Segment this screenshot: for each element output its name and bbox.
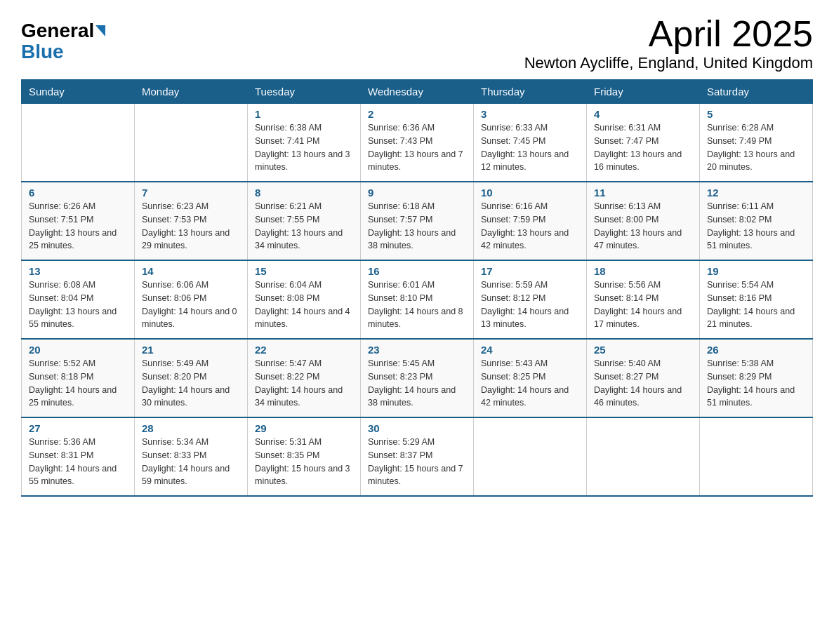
calendar-cell: 16Sunrise: 6:01 AMSunset: 8:10 PMDayligh… <box>361 260 474 339</box>
day-info: Sunrise: 6:13 AMSunset: 8:00 PMDaylight:… <box>594 200 692 253</box>
day-header-friday: Friday <box>587 80 700 104</box>
calendar-cell <box>474 417 587 496</box>
day-number: 26 <box>707 344 805 356</box>
calendar-cell: 4Sunrise: 6:31 AMSunset: 7:47 PMDaylight… <box>587 104 700 182</box>
day-info: Sunrise: 5:45 AMSunset: 8:23 PMDaylight:… <box>368 357 466 410</box>
day-number: 19 <box>707 265 805 277</box>
month-title: April 2025 <box>524 14 813 54</box>
day-number: 28 <box>142 422 240 434</box>
day-info: Sunrise: 5:34 AMSunset: 8:33 PMDaylight:… <box>142 436 240 488</box>
day-info: Sunrise: 5:40 AMSunset: 8:27 PMDaylight:… <box>594 357 692 410</box>
calendar-cell: 21Sunrise: 5:49 AMSunset: 8:20 PMDayligh… <box>135 339 248 417</box>
day-number: 20 <box>29 344 127 356</box>
week-row-1: 1Sunrise: 6:38 AMSunset: 7:41 PMDaylight… <box>22 104 813 182</box>
logo-blue-text: Blue <box>21 41 64 62</box>
calendar-cell: 5Sunrise: 6:28 AMSunset: 7:49 PMDaylight… <box>700 104 813 182</box>
calendar-cell: 26Sunrise: 5:38 AMSunset: 8:29 PMDayligh… <box>700 339 813 417</box>
day-number: 17 <box>481 265 579 277</box>
day-number: 5 <box>707 108 805 120</box>
day-info: Sunrise: 6:31 AMSunset: 7:47 PMDaylight:… <box>594 121 692 174</box>
day-number: 10 <box>481 187 579 199</box>
day-number: 21 <box>142 344 240 356</box>
day-number: 23 <box>368 344 466 356</box>
calendar-cell: 3Sunrise: 6:33 AMSunset: 7:45 PMDaylight… <box>474 104 587 182</box>
day-number: 8 <box>255 187 353 199</box>
calendar-cell: 8Sunrise: 6:21 AMSunset: 7:55 PMDaylight… <box>248 182 361 260</box>
day-number: 15 <box>255 265 353 277</box>
day-info: Sunrise: 5:36 AMSunset: 8:31 PMDaylight:… <box>29 436 127 488</box>
day-info: Sunrise: 6:04 AMSunset: 8:08 PMDaylight:… <box>255 279 353 331</box>
day-number: 11 <box>594 187 692 199</box>
calendar-cell: 10Sunrise: 6:16 AMSunset: 7:59 PMDayligh… <box>474 182 587 260</box>
calendar-cell: 6Sunrise: 6:26 AMSunset: 7:51 PMDaylight… <box>22 182 135 260</box>
calendar-cell: 28Sunrise: 5:34 AMSunset: 8:33 PMDayligh… <box>135 417 248 496</box>
day-info: Sunrise: 6:01 AMSunset: 8:10 PMDaylight:… <box>368 279 466 331</box>
day-info: Sunrise: 5:59 AMSunset: 8:12 PMDaylight:… <box>481 279 579 331</box>
day-info: Sunrise: 5:52 AMSunset: 8:18 PMDaylight:… <box>29 357 127 410</box>
day-number: 9 <box>368 187 466 199</box>
day-info: Sunrise: 5:56 AMSunset: 8:14 PMDaylight:… <box>594 279 692 331</box>
calendar-cell: 11Sunrise: 6:13 AMSunset: 8:00 PMDayligh… <box>587 182 700 260</box>
day-header-saturday: Saturday <box>700 80 813 104</box>
day-number: 24 <box>481 344 579 356</box>
day-info: Sunrise: 6:06 AMSunset: 8:06 PMDaylight:… <box>142 279 240 331</box>
day-info: Sunrise: 6:33 AMSunset: 7:45 PMDaylight:… <box>481 121 579 174</box>
logo-general-text: General <box>21 21 94 41</box>
day-number: 14 <box>142 265 240 277</box>
day-info: Sunrise: 6:18 AMSunset: 7:57 PMDaylight:… <box>368 200 466 253</box>
day-number: 22 <box>255 344 353 356</box>
day-info: Sunrise: 6:16 AMSunset: 7:59 PMDaylight:… <box>481 200 579 253</box>
day-info: Sunrise: 6:26 AMSunset: 7:51 PMDaylight:… <box>29 200 127 253</box>
calendar-cell: 29Sunrise: 5:31 AMSunset: 8:35 PMDayligh… <box>248 417 361 496</box>
day-info: Sunrise: 6:36 AMSunset: 7:43 PMDaylight:… <box>368 121 466 174</box>
day-info: Sunrise: 5:54 AMSunset: 8:16 PMDaylight:… <box>707 279 805 331</box>
calendar-cell: 1Sunrise: 6:38 AMSunset: 7:41 PMDaylight… <box>248 104 361 182</box>
day-number: 3 <box>481 108 579 120</box>
week-row-3: 13Sunrise: 6:08 AMSunset: 8:04 PMDayligh… <box>22 260 813 339</box>
week-row-2: 6Sunrise: 6:26 AMSunset: 7:51 PMDaylight… <box>22 182 813 260</box>
calendar-cell <box>22 104 135 182</box>
calendar-cell: 24Sunrise: 5:43 AMSunset: 8:25 PMDayligh… <box>474 339 587 417</box>
day-info: Sunrise: 6:38 AMSunset: 7:41 PMDaylight:… <box>255 121 353 174</box>
day-info: Sunrise: 5:47 AMSunset: 8:22 PMDaylight:… <box>255 357 353 410</box>
day-number: 16 <box>368 265 466 277</box>
day-info: Sunrise: 5:31 AMSunset: 8:35 PMDaylight:… <box>255 436 353 488</box>
title-block: April 2025 Newton Aycliffe, England, Uni… <box>524 14 813 72</box>
page-header: General Blue April 2025 Newton Aycliffe,… <box>21 14 813 72</box>
calendar-cell <box>587 417 700 496</box>
calendar-table: SundayMondayTuesdayWednesdayThursdayFrid… <box>21 79 813 497</box>
calendar-cell: 23Sunrise: 5:45 AMSunset: 8:23 PMDayligh… <box>361 339 474 417</box>
week-row-4: 20Sunrise: 5:52 AMSunset: 8:18 PMDayligh… <box>22 339 813 417</box>
day-header-monday: Monday <box>135 80 248 104</box>
calendar-cell: 15Sunrise: 6:04 AMSunset: 8:08 PMDayligh… <box>248 260 361 339</box>
calendar-cell: 13Sunrise: 6:08 AMSunset: 8:04 PMDayligh… <box>22 260 135 339</box>
logo: General Blue <box>21 21 105 63</box>
day-number: 13 <box>29 265 127 277</box>
calendar-cell: 18Sunrise: 5:56 AMSunset: 8:14 PMDayligh… <box>587 260 700 339</box>
week-row-5: 27Sunrise: 5:36 AMSunset: 8:31 PMDayligh… <box>22 417 813 496</box>
day-header-tuesday: Tuesday <box>248 80 361 104</box>
day-info: Sunrise: 5:49 AMSunset: 8:20 PMDaylight:… <box>142 357 240 410</box>
day-number: 1 <box>255 108 353 120</box>
logo-arrow-icon <box>95 25 105 36</box>
day-info: Sunrise: 5:43 AMSunset: 8:25 PMDaylight:… <box>481 357 579 410</box>
day-number: 30 <box>368 422 466 434</box>
day-number: 4 <box>594 108 692 120</box>
day-number: 7 <box>142 187 240 199</box>
day-number: 18 <box>594 265 692 277</box>
calendar-cell: 25Sunrise: 5:40 AMSunset: 8:27 PMDayligh… <box>587 339 700 417</box>
calendar-cell: 19Sunrise: 5:54 AMSunset: 8:16 PMDayligh… <box>700 260 813 339</box>
location-title: Newton Aycliffe, England, United Kingdom <box>524 54 813 72</box>
calendar-cell: 2Sunrise: 6:36 AMSunset: 7:43 PMDaylight… <box>361 104 474 182</box>
day-number: 25 <box>594 344 692 356</box>
day-header-sunday: Sunday <box>22 80 135 104</box>
calendar-cell: 9Sunrise: 6:18 AMSunset: 7:57 PMDaylight… <box>361 182 474 260</box>
calendar-cell <box>135 104 248 182</box>
calendar-cell: 22Sunrise: 5:47 AMSunset: 8:22 PMDayligh… <box>248 339 361 417</box>
day-number: 2 <box>368 108 466 120</box>
day-number: 29 <box>255 422 353 434</box>
calendar-cell: 27Sunrise: 5:36 AMSunset: 8:31 PMDayligh… <box>22 417 135 496</box>
day-info: Sunrise: 6:08 AMSunset: 8:04 PMDaylight:… <box>29 279 127 331</box>
calendar-cell: 7Sunrise: 6:23 AMSunset: 7:53 PMDaylight… <box>135 182 248 260</box>
day-number: 6 <box>29 187 127 199</box>
